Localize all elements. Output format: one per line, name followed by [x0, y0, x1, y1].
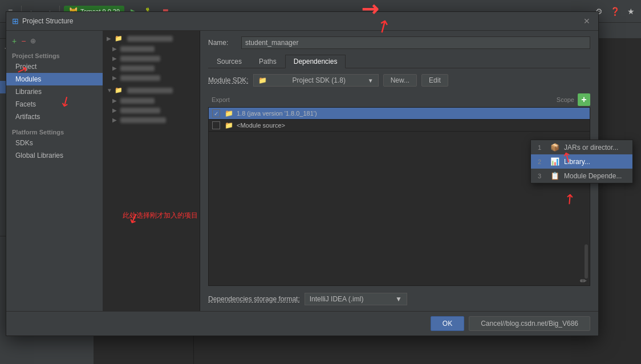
sdk-dropdown-arrow: ▼ [368, 77, 374, 84]
sdk-select[interactable]: 📁 Project SDK (1.8) ▼ [253, 74, 379, 87]
star-btn[interactable]: ★ [624, 5, 638, 18]
dialog-tree-item-5[interactable]: ▶ [103, 73, 200, 83]
dialog-tree-item-6[interactable]: ▼ 📁 [103, 85, 200, 96]
dropdown-item-0[interactable]: 1 📦 JARs or director... [531, 140, 632, 154]
tab-paths[interactable]: Paths [250, 55, 285, 68]
dropdown-item-1[interactable]: 2 📊 Library... [531, 154, 632, 169]
sdk-label[interactable]: Module SDK: [208, 76, 249, 84]
dialog-sdks-label: SDKs [15, 139, 33, 147]
dialog-tree-blur-3 [120, 56, 160, 62]
export-col-header: Export [212, 96, 257, 103]
name-row: Name: [208, 36, 590, 49]
dialog-title: ⊞ Project Structure [12, 17, 73, 26]
dialog-tree-blur-8 [120, 108, 160, 113]
dialog-tree-item-1[interactable]: ▶ 📁 [103, 33, 200, 44]
dialog-sidebar-artifacts[interactable]: Artifacts [6, 111, 103, 123]
dialog-sidebar-sdks[interactable]: SDKs [6, 137, 103, 149]
deps-folder-icon-0: 📁 [225, 109, 233, 117]
name-input[interactable] [241, 36, 590, 49]
dialog-close-btn[interactable]: ✕ [581, 15, 593, 27]
dialog-tree-arrow-5: ▶ [112, 75, 118, 81]
deps-row-0[interactable]: ✓ 📁 1.8 (java version '1.8.0_181') [209, 108, 590, 120]
dialog-tree-blur-9 [120, 117, 166, 123]
dropdown-popup: 1 📦 JARs or director... 2 📊 Library... 3… [530, 140, 633, 183]
format-value: IntelliJ IDEA (.iml) [310, 295, 364, 303]
dialog-copy-btn[interactable]: ⊕ [29, 36, 37, 46]
dialog-platform-section: Platform Settings [6, 123, 103, 137]
dropdown-icon-2: 📋 [550, 171, 559, 180]
dropdown-label-2: Module Depende... [564, 172, 622, 180]
dialog-body: + − ⊕ Project Settings Project Modules L… [6, 31, 598, 311]
dialog-tree-blur-6 [127, 88, 173, 93]
dialog-sidebar-global-libraries[interactable]: Global Libraries [6, 149, 103, 162]
dialog-tree-item-3[interactable]: ▶ [103, 54, 200, 63]
deps-add-btn[interactable]: + [578, 93, 590, 106]
dialog-project-settings-section: Project Settings [6, 49, 103, 60]
deps-folder-icon-1: 📁 [225, 121, 233, 129]
dropdown-icon-0: 📦 [550, 143, 559, 152]
cancel-btn[interactable]: Cancel//blog.csdn.net/Big_V686 [469, 316, 590, 331]
dialog-sidebar-libraries[interactable]: Libraries [6, 85, 103, 98]
deps-name-0: 1.8 (java version '1.8.0_181') [237, 110, 529, 117]
dialog-sidebar-artifacts-label: Artifacts [15, 113, 40, 121]
deps-table: ✓ 📁 1.8 (java version '1.8.0_181') 📁 <Mo… [208, 107, 590, 286]
dialog-tree-blur-5 [120, 75, 160, 81]
project-structure-dialog: ⊞ Project Structure ✕ + − ⊕ Project Sett… [6, 11, 599, 336]
deps-check-1[interactable] [212, 121, 220, 129]
dialog-tree-arrow-1: ▶ [107, 35, 112, 42]
deps-check-0[interactable]: ✓ [212, 109, 220, 117]
tab-strip: Sources Paths Dependencies [208, 55, 590, 68]
dialog-tree-item-9[interactable]: ▶ [103, 115, 200, 125]
format-dropdown-arrow: ▼ [395, 295, 402, 303]
dialog-tree-item-7[interactable]: ▶ [103, 96, 200, 105]
dropdown-item-2[interactable]: 3 📋 Module Depende... [531, 169, 632, 183]
dropdown-num-2: 3 [538, 173, 546, 179]
dialog-sidebar-libraries-label: Libraries [15, 88, 42, 96]
dialog-tree-item-8[interactable]: ▶ [103, 105, 200, 115]
dialog-footer: OK Cancel//blog.csdn.net/Big_V686 [6, 311, 598, 336]
edit-pencil-icon[interactable]: ✏ [580, 276, 587, 285]
dialog-tree-item-4[interactable]: ▶ [103, 63, 200, 73]
dropdown-label-0: JARs or director... [564, 144, 618, 152]
format-label[interactable]: Dependencies storage format: [208, 295, 300, 303]
name-col-header [257, 96, 517, 103]
dialog-remove-btn[interactable]: − [20, 35, 27, 47]
scrollbar-thumb [585, 244, 588, 279]
dropdown-num-1: 2 [538, 158, 546, 165]
dialog-tree-arrow-6: ▼ [107, 87, 112, 93]
dialog-titlebar: ⊞ Project Structure ✕ [6, 12, 598, 31]
sdk-new-btn[interactable]: New... [383, 74, 417, 87]
tab-sources[interactable]: Sources [208, 55, 250, 68]
help-btn[interactable]: ❓ [608, 5, 622, 18]
dialog-sidebar-facets-label: Facets [15, 100, 36, 108]
dialog-add-btn[interactable]: + [11, 35, 18, 47]
format-select[interactable]: IntelliJ IDEA (.iml) ▼ [305, 293, 407, 305]
deps-header: Export Scope + [208, 93, 590, 106]
dialog-title-text: Project Structure [22, 17, 73, 25]
deps-format-row: Dependencies storage format: IntelliJ ID… [208, 293, 590, 305]
dialog-tree-blur-7 [120, 98, 155, 104]
annotation-arrow-tree: ↙ [111, 134, 194, 153]
sdk-folder-icon: 📁 [258, 76, 267, 84]
dialog-sidebar-controls: + − ⊕ [6, 33, 103, 49]
dropdown-icon-1: 📊 [550, 157, 559, 166]
deps-add-icon: + [581, 95, 586, 105]
scope-col-header: Scope [517, 96, 574, 103]
dropdown-num-0: 1 [538, 144, 546, 151]
sdk-edit-btn[interactable]: Edit [421, 74, 448, 87]
dialog-sidebar-facets[interactable]: Facets [6, 98, 103, 111]
sdk-row: Module SDK: 📁 Project SDK (1.8) ▼ New...… [208, 74, 590, 87]
sdk-value: Project SDK (1.8) [293, 76, 346, 84]
tab-dependencies[interactable]: Dependencies [285, 55, 346, 68]
dialog-tree-panel: ▶ 📁 ▶ ▶ ▶ ▶ ▼ 📁 [103, 31, 200, 311]
dialog-tree-item-2[interactable]: ▶ [103, 44, 200, 54]
dialog-tree-blur-1 [127, 36, 173, 42]
dialog-tree-arrow-8: ▶ [112, 107, 118, 113]
ok-btn[interactable]: OK [431, 316, 464, 331]
deps-name-1: <Module source> [237, 122, 529, 129]
dialog-tree-arrow-9: ▶ [112, 117, 118, 123]
deps-row-1[interactable]: 📁 <Module source> [209, 120, 590, 132]
annotation-chinese: 此处选择刚才加入的项目 [123, 211, 194, 220]
dialog-global-libraries-label: Global Libraries [15, 152, 63, 159]
dialog-tree-blur-2 [120, 46, 155, 52]
